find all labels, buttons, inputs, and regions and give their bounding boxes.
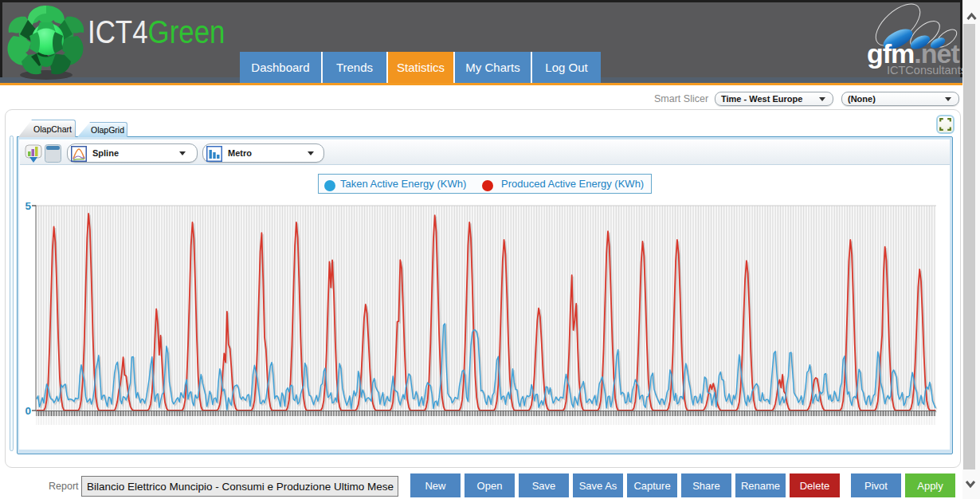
svg-text:0: 0 [25, 405, 31, 417]
svg-text:5: 5 [25, 200, 31, 212]
